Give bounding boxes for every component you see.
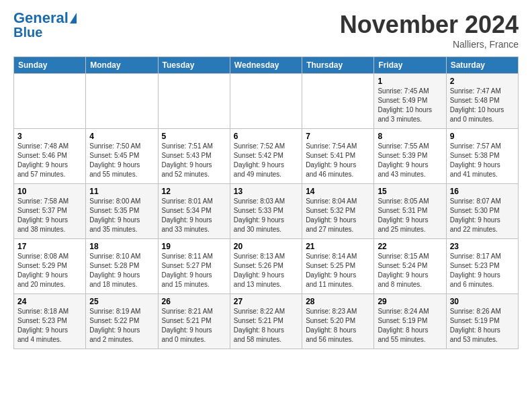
calendar-header-tuesday: Tuesday xyxy=(158,57,230,74)
calendar-cell: 3Sunrise: 7:48 AM Sunset: 5:46 PM Daylig… xyxy=(14,129,86,184)
calendar-cell: 23Sunrise: 8:17 AM Sunset: 5:23 PM Dayli… xyxy=(446,239,518,294)
calendar-week-5: 24Sunrise: 8:18 AM Sunset: 5:23 PM Dayli… xyxy=(14,294,519,349)
day-number: 21 xyxy=(306,242,370,251)
calendar-cell: 18Sunrise: 8:10 AM Sunset: 5:28 PM Dayli… xyxy=(86,239,158,294)
day-number: 20 xyxy=(234,242,298,251)
calendar-body: 1Sunrise: 7:45 AM Sunset: 5:49 PM Daylig… xyxy=(14,74,519,349)
calendar-cell: 13Sunrise: 8:03 AM Sunset: 5:33 PM Dayli… xyxy=(230,184,302,239)
header: General Blue November 2024 Nalliers, Fra… xyxy=(13,11,519,50)
day-number: 1 xyxy=(378,77,442,86)
calendar: SundayMondayTuesdayWednesdayThursdayFrid… xyxy=(13,56,519,349)
calendar-cell: 11Sunrise: 8:00 AM Sunset: 5:35 PM Dayli… xyxy=(86,184,158,239)
day-info: Sunrise: 8:22 AM Sunset: 5:21 PM Dayligh… xyxy=(234,307,298,345)
day-info: Sunrise: 7:54 AM Sunset: 5:41 PM Dayligh… xyxy=(306,142,370,179)
calendar-cell: 26Sunrise: 8:21 AM Sunset: 5:21 PM Dayli… xyxy=(158,294,230,349)
day-info: Sunrise: 7:55 AM Sunset: 5:39 PM Dayligh… xyxy=(378,142,442,179)
day-info: Sunrise: 7:58 AM Sunset: 5:37 PM Dayligh… xyxy=(17,197,82,234)
month-title: November 2024 xyxy=(340,11,519,39)
calendar-header-saturday: Saturday xyxy=(446,57,518,74)
logo-blue-text: Blue xyxy=(13,26,42,39)
calendar-cell: 10Sunrise: 7:58 AM Sunset: 5:37 PM Dayli… xyxy=(14,184,86,239)
day-number: 17 xyxy=(17,242,82,251)
day-info: Sunrise: 8:26 AM Sunset: 5:19 PM Dayligh… xyxy=(450,307,515,345)
calendar-cell: 5Sunrise: 7:51 AM Sunset: 5:43 PM Daylig… xyxy=(158,129,230,184)
day-number: 30 xyxy=(450,297,515,306)
location: Nalliers, France xyxy=(340,39,519,50)
day-info: Sunrise: 8:01 AM Sunset: 5:34 PM Dayligh… xyxy=(162,197,226,234)
day-number: 24 xyxy=(17,297,82,306)
calendar-cell: 30Sunrise: 8:26 AM Sunset: 5:19 PM Dayli… xyxy=(446,294,518,349)
calendar-cell: 8Sunrise: 7:55 AM Sunset: 5:39 PM Daylig… xyxy=(374,129,446,184)
calendar-cell: 2Sunrise: 7:47 AM Sunset: 5:48 PM Daylig… xyxy=(446,74,518,129)
day-number: 2 xyxy=(450,77,515,86)
calendar-cell: 9Sunrise: 7:57 AM Sunset: 5:38 PM Daylig… xyxy=(446,129,518,184)
calendar-cell xyxy=(230,74,302,129)
day-number: 14 xyxy=(306,187,370,196)
day-info: Sunrise: 7:48 AM Sunset: 5:46 PM Dayligh… xyxy=(17,142,82,179)
calendar-header-friday: Friday xyxy=(374,57,446,74)
day-info: Sunrise: 8:14 AM Sunset: 5:25 PM Dayligh… xyxy=(306,252,370,289)
calendar-week-3: 10Sunrise: 7:58 AM Sunset: 5:37 PM Dayli… xyxy=(14,184,519,239)
day-info: Sunrise: 8:24 AM Sunset: 5:19 PM Dayligh… xyxy=(378,307,442,345)
day-info: Sunrise: 8:08 AM Sunset: 5:29 PM Dayligh… xyxy=(17,252,82,289)
calendar-header-monday: Monday xyxy=(86,57,158,74)
day-info: Sunrise: 8:07 AM Sunset: 5:30 PM Dayligh… xyxy=(450,197,515,234)
day-number: 18 xyxy=(89,242,154,251)
calendar-cell: 27Sunrise: 8:22 AM Sunset: 5:21 PM Dayli… xyxy=(230,294,302,349)
day-info: Sunrise: 8:11 AM Sunset: 5:27 PM Dayligh… xyxy=(162,252,226,289)
calendar-cell: 4Sunrise: 7:50 AM Sunset: 5:45 PM Daylig… xyxy=(86,129,158,184)
calendar-cell: 28Sunrise: 8:23 AM Sunset: 5:20 PM Dayli… xyxy=(302,294,374,349)
day-info: Sunrise: 7:57 AM Sunset: 5:38 PM Dayligh… xyxy=(450,142,515,179)
day-info: Sunrise: 8:17 AM Sunset: 5:23 PM Dayligh… xyxy=(450,252,515,289)
calendar-cell xyxy=(158,74,230,129)
day-number: 23 xyxy=(450,242,515,251)
day-info: Sunrise: 8:18 AM Sunset: 5:23 PM Dayligh… xyxy=(17,307,82,345)
day-number: 10 xyxy=(17,187,82,196)
day-info: Sunrise: 7:51 AM Sunset: 5:43 PM Dayligh… xyxy=(162,142,226,179)
calendar-week-4: 17Sunrise: 8:08 AM Sunset: 5:29 PM Dayli… xyxy=(14,239,519,294)
day-number: 4 xyxy=(89,132,154,141)
day-info: Sunrise: 8:04 AM Sunset: 5:32 PM Dayligh… xyxy=(306,197,370,234)
day-number: 28 xyxy=(306,297,370,306)
calendar-cell: 20Sunrise: 8:13 AM Sunset: 5:26 PM Dayli… xyxy=(230,239,302,294)
calendar-cell: 6Sunrise: 7:52 AM Sunset: 5:42 PM Daylig… xyxy=(230,129,302,184)
day-number: 22 xyxy=(378,242,442,251)
day-number: 9 xyxy=(450,132,515,141)
day-number: 6 xyxy=(234,132,298,141)
calendar-header-thursday: Thursday xyxy=(302,57,374,74)
calendar-header-row: SundayMondayTuesdayWednesdayThursdayFrid… xyxy=(14,57,519,74)
day-number: 15 xyxy=(378,187,442,196)
day-info: Sunrise: 7:47 AM Sunset: 5:48 PM Dayligh… xyxy=(450,87,515,124)
day-number: 3 xyxy=(17,132,82,141)
calendar-cell: 21Sunrise: 8:14 AM Sunset: 5:25 PM Dayli… xyxy=(302,239,374,294)
calendar-header-sunday: Sunday xyxy=(14,57,86,74)
calendar-cell: 1Sunrise: 7:45 AM Sunset: 5:49 PM Daylig… xyxy=(374,74,446,129)
calendar-week-1: 1Sunrise: 7:45 AM Sunset: 5:49 PM Daylig… xyxy=(14,74,519,129)
calendar-cell: 17Sunrise: 8:08 AM Sunset: 5:29 PM Dayli… xyxy=(14,239,86,294)
calendar-cell: 22Sunrise: 8:15 AM Sunset: 5:24 PM Dayli… xyxy=(374,239,446,294)
calendar-cell: 19Sunrise: 8:11 AM Sunset: 5:27 PM Dayli… xyxy=(158,239,230,294)
day-info: Sunrise: 8:10 AM Sunset: 5:28 PM Dayligh… xyxy=(89,252,154,289)
calendar-cell: 16Sunrise: 8:07 AM Sunset: 5:30 PM Dayli… xyxy=(446,184,518,239)
calendar-cell: 12Sunrise: 8:01 AM Sunset: 5:34 PM Dayli… xyxy=(158,184,230,239)
day-number: 16 xyxy=(450,187,515,196)
day-info: Sunrise: 7:52 AM Sunset: 5:42 PM Dayligh… xyxy=(234,142,298,179)
calendar-cell: 25Sunrise: 8:19 AM Sunset: 5:22 PM Dayli… xyxy=(86,294,158,349)
calendar-cell: 15Sunrise: 8:05 AM Sunset: 5:31 PM Dayli… xyxy=(374,184,446,239)
calendar-cell: 14Sunrise: 8:04 AM Sunset: 5:32 PM Dayli… xyxy=(302,184,374,239)
day-number: 8 xyxy=(378,132,442,141)
calendar-cell xyxy=(14,74,86,129)
day-info: Sunrise: 8:00 AM Sunset: 5:35 PM Dayligh… xyxy=(89,197,154,234)
calendar-cell xyxy=(302,74,374,129)
day-info: Sunrise: 8:21 AM Sunset: 5:21 PM Dayligh… xyxy=(162,307,226,345)
day-info: Sunrise: 8:05 AM Sunset: 5:31 PM Dayligh… xyxy=(378,197,442,234)
day-info: Sunrise: 8:13 AM Sunset: 5:26 PM Dayligh… xyxy=(234,252,298,289)
logo-text: General xyxy=(13,11,69,26)
logo-triangle-icon xyxy=(70,13,77,24)
calendar-week-2: 3Sunrise: 7:48 AM Sunset: 5:46 PM Daylig… xyxy=(14,129,519,184)
day-number: 7 xyxy=(306,132,370,141)
day-number: 12 xyxy=(162,187,226,196)
calendar-cell xyxy=(86,74,158,129)
day-info: Sunrise: 7:50 AM Sunset: 5:45 PM Dayligh… xyxy=(89,142,154,179)
day-number: 5 xyxy=(162,132,226,141)
